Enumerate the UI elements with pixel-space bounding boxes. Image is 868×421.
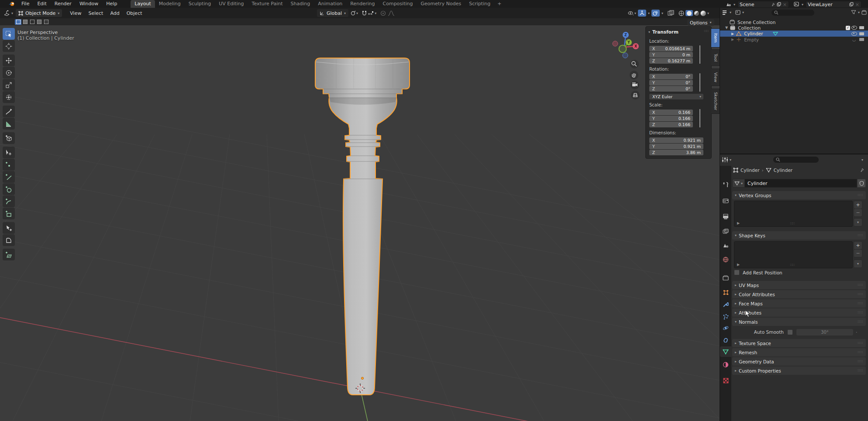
tab-object[interactable]	[720, 287, 731, 298]
shape-key-remove-button[interactable]: −	[854, 249, 862, 257]
collection-checkbox[interactable]: ✓	[846, 26, 850, 30]
axis-neg-z-ball[interactable]	[623, 53, 628, 58]
menu-edit[interactable]: Edit	[33, 0, 50, 8]
workspace-tab-modeling[interactable]: Modeling	[155, 0, 185, 8]
workspace-tab-scripting[interactable]: Scripting	[465, 0, 494, 8]
tab-output[interactable]	[720, 211, 731, 222]
scene-name-field[interactable]: Scene ×	[737, 1, 789, 8]
view-layer-browse-chevron[interactable]: ▾	[802, 3, 803, 7]
pivot-point-dropdown[interactable]: ▾	[350, 10, 358, 16]
vertex-group-specials-button[interactable]: ▾	[854, 218, 862, 226]
lock-rotation-x-icon[interactable]	[696, 74, 702, 79]
cylinder-object[interactable]	[315, 58, 410, 395]
lock-rotation-z-icon[interactable]	[696, 86, 702, 92]
tool-sketch-point[interactable]	[3, 159, 15, 171]
transform-panel-collapse[interactable]: ▾	[648, 30, 650, 34]
tool-measure[interactable]	[3, 118, 15, 130]
shading-chevron[interactable]: ▾	[707, 11, 709, 15]
blender-logo-icon[interactable]	[9, 1, 15, 7]
properties-options-chevron[interactable]: ▾	[861, 158, 863, 162]
menu-object[interactable]: Object	[123, 10, 146, 16]
menu-view[interactable]: View	[66, 10, 85, 16]
panel-grip[interactable]: ∷∷	[704, 29, 709, 33]
sidebar-tab-view[interactable]: View	[711, 68, 720, 86]
outliner-display-mode-chevron[interactable]: ▾	[730, 10, 731, 14]
scene-browse-chevron[interactable]: ▾	[734, 3, 735, 7]
panel-texture-space[interactable]: ▸Texture Space∷∷	[732, 339, 866, 347]
tab-particles[interactable]	[720, 311, 731, 322]
perspective-toggle-button[interactable]	[631, 91, 640, 99]
view-layer-name-field[interactable]: ViewLayer ×	[806, 1, 861, 8]
auto-smooth-decorator[interactable]: ·	[856, 329, 858, 335]
new-view-layer-icon[interactable]	[849, 2, 854, 7]
properties-search[interactable]	[773, 157, 819, 163]
show-gizmo-toggle[interactable]	[638, 10, 646, 17]
menu-render[interactable]: Render	[51, 0, 76, 8]
tool-sketch-arc[interactable]	[3, 195, 15, 207]
select-mode-invert-button[interactable]	[36, 19, 42, 25]
lock-rotation-y-icon[interactable]	[696, 80, 702, 86]
outliner-search[interactable]	[772, 10, 814, 16]
panel-attributes[interactable]: ▸Attributes∷∷	[732, 308, 866, 317]
overlays-chevron[interactable]: ▾	[661, 11, 663, 15]
workspace-tab-texture-paint[interactable]: Texture Paint	[248, 0, 287, 8]
add-rest-position-checkbox[interactable]	[734, 270, 740, 275]
tool-select-box[interactable]	[3, 28, 15, 40]
outliner-scope-chevron[interactable]: ▾	[742, 10, 744, 14]
rotation-x-field[interactable]: X0°	[649, 74, 693, 79]
location-y-field[interactable]: Y0 m	[649, 52, 693, 58]
tool-sketch-trim[interactable]	[3, 222, 15, 234]
xray-toggle-icon[interactable]	[668, 10, 674, 16]
tool-move[interactable]	[3, 55, 15, 66]
shape-key-specials-button[interactable]: ▾	[854, 260, 862, 268]
editor-type-chevron[interactable]: ▾	[11, 11, 13, 15]
snapping-controls[interactable]: ▾	[362, 10, 376, 16]
proportional-editing-icon[interactable]	[380, 10, 386, 16]
mode-dropdown[interactable]: Object Mode ▾	[16, 9, 62, 17]
outliner-row-empty[interactable]: ▶ Empty ◡	[720, 37, 868, 42]
auto-smooth-angle-field[interactable]: 30°	[796, 329, 853, 335]
tool-sketch-fill[interactable]	[3, 249, 15, 260]
transform-orientation-dropdown[interactable]: Global▾	[317, 9, 348, 17]
tab-tool[interactable]	[720, 180, 731, 190]
location-z-field[interactable]: Z0.16277 m	[649, 58, 693, 64]
lock-location-y-icon[interactable]	[696, 52, 702, 58]
dimensions-x-field[interactable]: X0.921 m	[649, 137, 703, 143]
scene-icon[interactable]	[726, 2, 731, 7]
tool-annotate[interactable]	[3, 106, 15, 117]
lock-scale-z-icon[interactable]	[696, 122, 702, 127]
shape-keys-list[interactable]: ▶ ∷∷	[734, 241, 853, 268]
tool-sketch-circle[interactable]	[3, 183, 15, 195]
workspace-tab-animation[interactable]: Animation	[314, 0, 346, 8]
outliner-row-cylinder[interactable]: ▶ Cylinder	[720, 31, 868, 37]
rotation-y-field[interactable]: Y0°	[649, 80, 693, 86]
workspace-tab-layout[interactable]: Layout	[131, 0, 155, 8]
tool-sketch-rectangle[interactable]	[3, 208, 15, 219]
tab-render[interactable]	[720, 195, 731, 206]
tool-sketch-offset[interactable]	[3, 234, 15, 246]
tab-physics[interactable]	[720, 323, 731, 333]
pan-button[interactable]	[630, 71, 638, 79]
properties-editor-chevron[interactable]: ▾	[730, 158, 731, 162]
rotation-z-field[interactable]: Z0°	[649, 86, 693, 92]
menu-window[interactable]: Window	[76, 0, 102, 8]
list-resize-grip[interactable]: ∷∷	[790, 222, 795, 226]
outliner-row-scene-collection[interactable]: Scene Collection	[720, 19, 868, 25]
tab-object-data[interactable]	[720, 346, 731, 357]
workspace-tab-sculpting[interactable]: Sculpting	[185, 0, 215, 8]
datablock-name-field[interactable]: Cylinder	[745, 179, 857, 188]
editor-type-icon[interactable]	[3, 10, 10, 16]
menu-help[interactable]: Help	[102, 0, 121, 8]
panel-vertex-groups[interactable]: ▾Vertex Groups∷∷	[732, 191, 866, 199]
workspace-tab-uv-editing[interactable]: UV Editing	[215, 0, 248, 8]
axis-neg-y-ball[interactable]	[619, 45, 627, 53]
view-layer-icon[interactable]	[794, 2, 799, 7]
empty-expand-arrow[interactable]: ▶	[731, 38, 734, 41]
cylinder-hide-icon[interactable]	[850, 32, 858, 36]
shape-key-add-button[interactable]: +	[854, 241, 862, 250]
vertex-group-remove-button[interactable]: −	[854, 209, 862, 217]
workspace-tab-rendering[interactable]: Rendering	[346, 0, 379, 8]
filter-icon[interactable]	[851, 10, 856, 15]
menu-add[interactable]: Add	[107, 10, 123, 16]
dimensions-y-field[interactable]: Y0.921 m	[649, 144, 703, 149]
